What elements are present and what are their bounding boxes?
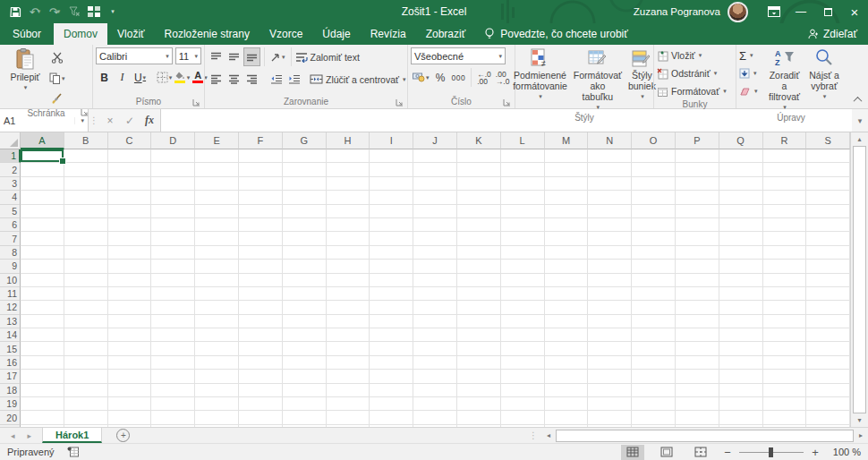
cell-A3[interactable] <box>21 177 64 191</box>
cell-H1[interactable] <box>327 149 370 163</box>
cell-P7[interactable] <box>676 232 719 245</box>
next-sheet-button[interactable]: ▸ <box>28 431 32 440</box>
cell-R18[interactable] <box>763 384 807 397</box>
cell-M13[interactable] <box>545 315 589 328</box>
cell-M12[interactable] <box>545 301 589 314</box>
cell-H7[interactable] <box>327 232 370 245</box>
cell-Q21[interactable] <box>719 425 763 427</box>
column-header-C[interactable]: C <box>108 132 152 149</box>
select-all-button[interactable] <box>0 132 21 149</box>
cell-D5[interactable] <box>151 205 195 218</box>
cell-B15[interactable] <box>64 342 108 355</box>
cell-B21[interactable] <box>64 425 108 427</box>
cell-B11[interactable] <box>64 287 108 301</box>
scroll-left-button[interactable]: ◂ <box>541 431 556 439</box>
cell-M14[interactable] <box>545 328 589 342</box>
orientation-caret[interactable]: ▾ <box>282 54 285 61</box>
cell-L17[interactable] <box>501 370 545 383</box>
enter-entry-button[interactable]: ✓ <box>121 112 139 130</box>
cell-N12[interactable] <box>588 301 632 314</box>
cell-D17[interactable] <box>151 370 195 383</box>
cell-C8[interactable] <box>108 246 152 260</box>
cell-N18[interactable] <box>588 384 632 397</box>
cell-A18[interactable] <box>21 384 64 397</box>
italic-button[interactable]: I <box>114 68 131 87</box>
cell-K14[interactable] <box>457 328 501 342</box>
insert-function-button[interactable]: fx <box>140 112 158 130</box>
cell-O5[interactable] <box>632 205 676 218</box>
cell-Q9[interactable] <box>719 260 763 273</box>
cell-G2[interactable] <box>283 163 327 176</box>
row-header-6[interactable]: 6 <box>0 218 21 232</box>
cell-N13[interactable] <box>588 315 632 328</box>
cell-M16[interactable] <box>545 356 589 370</box>
cell-K3[interactable] <box>457 177 501 191</box>
cell-F15[interactable] <box>239 342 283 355</box>
cell-O18[interactable] <box>632 384 676 397</box>
name-box-splitter[interactable]: ⋮ <box>89 109 99 132</box>
cell-I12[interactable] <box>370 301 413 314</box>
cell-K10[interactable] <box>457 274 501 287</box>
merge-center-button[interactable]: Zlúčiť a centrovať ▾ <box>310 72 406 88</box>
row-header-17[interactable]: 17 <box>0 370 21 383</box>
cell-Q18[interactable] <box>719 384 763 397</box>
cell-O21[interactable] <box>632 425 676 427</box>
cell-C3[interactable] <box>108 177 152 191</box>
cell-P4[interactable] <box>676 191 719 204</box>
cell-P15[interactable] <box>676 342 719 355</box>
cell-G8[interactable] <box>283 246 327 260</box>
merge-center-caret[interactable]: ▾ <box>403 76 406 83</box>
cell-A19[interactable] <box>21 397 64 411</box>
cell-O11[interactable] <box>632 287 676 301</box>
minimize-button[interactable]: — <box>787 0 814 23</box>
row-header-20[interactable]: 20 <box>0 411 21 424</box>
cell-K6[interactable] <box>457 218 501 232</box>
cell-L19[interactable] <box>501 397 545 411</box>
cell-L18[interactable] <box>501 384 545 397</box>
cell-G1[interactable] <box>283 149 327 163</box>
cell-C9[interactable] <box>108 260 152 273</box>
column-header-O[interactable]: O <box>632 132 676 149</box>
cell-S5[interactable] <box>806 205 850 218</box>
cell-K2[interactable] <box>457 163 501 176</box>
cell-F19[interactable] <box>239 397 283 411</box>
cell-I14[interactable] <box>370 328 413 342</box>
horizontal-scrollbar[interactable]: ◂ ▸ <box>541 428 868 443</box>
clipboard-dialog-launcher[interactable] <box>80 107 89 116</box>
cell-E18[interactable] <box>195 384 239 397</box>
cell-A20[interactable] <box>21 411 64 424</box>
cell-M4[interactable] <box>545 191 589 204</box>
cell-E11[interactable] <box>195 287 239 301</box>
column-header-K[interactable]: K <box>457 132 501 149</box>
cell-D21[interactable] <box>151 425 195 427</box>
page-break-view-button[interactable] <box>689 445 712 460</box>
cell-N6[interactable] <box>588 218 632 232</box>
cell-D4[interactable] <box>151 191 195 204</box>
copy-caret[interactable]: ▾ <box>62 75 65 82</box>
tab-scroll-splitter[interactable]: ⋮ <box>525 428 541 443</box>
cell-R3[interactable] <box>763 177 807 191</box>
cell-B17[interactable] <box>64 370 108 383</box>
column-header-A[interactable]: A <box>21 132 64 149</box>
cell-E17[interactable] <box>195 370 239 383</box>
cell-G5[interactable] <box>283 205 327 218</box>
accounting-caret[interactable]: ▾ <box>426 74 430 81</box>
cell-S21[interactable] <box>806 425 850 427</box>
cell-H18[interactable] <box>327 384 370 397</box>
cell-A12[interactable] <box>21 301 64 314</box>
cell-P3[interactable] <box>676 177 719 191</box>
cell-O2[interactable] <box>632 163 676 176</box>
cell-A4[interactable] <box>21 191 64 204</box>
cell-H20[interactable] <box>327 411 370 424</box>
cell-G16[interactable] <box>283 356 327 370</box>
cell-L11[interactable] <box>501 287 545 301</box>
cell-R20[interactable] <box>763 411 807 424</box>
column-header-H[interactable]: H <box>327 132 370 149</box>
cell-G15[interactable] <box>283 342 327 355</box>
cell-H5[interactable] <box>327 205 370 218</box>
column-header-E[interactable]: E <box>195 132 239 149</box>
cell-E2[interactable] <box>195 163 239 176</box>
cell-G9[interactable] <box>283 260 327 273</box>
underline-button[interactable]: U▾ <box>132 68 149 87</box>
cell-L14[interactable] <box>501 328 545 342</box>
